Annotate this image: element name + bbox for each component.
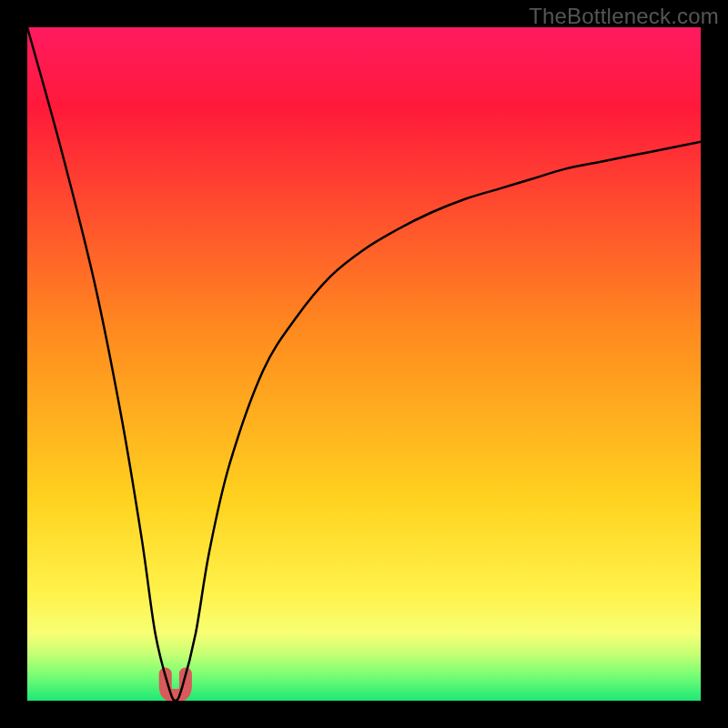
gradient-background <box>27 27 701 701</box>
chart-frame: TheBottleneck.com <box>0 0 728 728</box>
bottleneck-chart <box>27 27 701 701</box>
watermark-text: TheBottleneck.com <box>529 4 719 29</box>
plot-area <box>27 27 701 701</box>
